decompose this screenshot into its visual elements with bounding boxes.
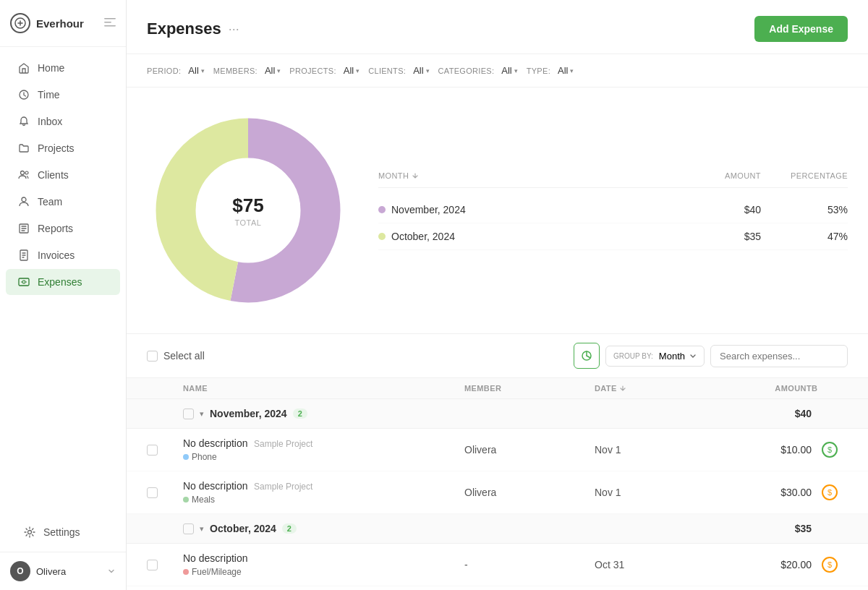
- type-label: TYPE:: [527, 67, 550, 75]
- sidebar-item-time[interactable]: Time: [6, 82, 120, 108]
- more-options-icon[interactable]: ···: [229, 22, 239, 37]
- sidebar-item-expenses[interactable]: Expenses: [6, 269, 120, 295]
- legend-nov-name: November, 2024: [378, 204, 674, 215]
- nav-list: Home Time Inbox Projects Clients: [0, 47, 126, 518]
- members-select[interactable]: All ▾: [260, 63, 285, 78]
- page-title-row: Expenses ···: [147, 20, 239, 38]
- home-icon: [17, 61, 30, 74]
- group-nov-label: November, 2024: [210, 408, 287, 419]
- row1-cat-dot: [183, 454, 189, 460]
- projects-label: PROJECTS:: [289, 67, 336, 75]
- search-input[interactable]: [710, 345, 848, 367]
- sidebar-header: Everhour: [0, 0, 126, 47]
- row1-status[interactable]: $: [812, 442, 848, 458]
- sidebar-item-team-label: Team: [38, 196, 62, 208]
- row3-category: Fuel/Mileage: [192, 567, 242, 577]
- row2-status[interactable]: $: [812, 484, 848, 500]
- sidebar-item-team[interactable]: Team: [6, 189, 120, 215]
- row2-member: Olivera: [464, 487, 595, 498]
- period-chevron: ▾: [201, 67, 205, 74]
- group-oct-collapse[interactable]: ▾: [200, 524, 204, 534]
- group-oct-checkbox[interactable]: [183, 523, 194, 534]
- svg-point-12: [28, 531, 32, 534]
- donut-chart: $75 TOTAL: [147, 109, 349, 312]
- sidebar-item-settings[interactable]: Settings: [12, 519, 114, 545]
- chevron-down-icon: [107, 567, 116, 576]
- projects-select[interactable]: All ▾: [339, 63, 364, 78]
- expense-row: No description Sample Project Meals Oliv…: [127, 471, 868, 514]
- sidebar-item-home-label: Home: [38, 62, 64, 74]
- sidebar-item-inbox-label: Inbox: [38, 116, 62, 127]
- group-oct-name-cell: ▾ October, 2024 2: [183, 523, 464, 534]
- collapse-icon[interactable]: [104, 17, 116, 29]
- chart-toggle-button[interactable]: [574, 343, 600, 369]
- add-expense-button[interactable]: Add Expense: [754, 16, 848, 42]
- svg-point-6: [25, 171, 28, 174]
- th-date[interactable]: DATE: [595, 384, 710, 393]
- table-section: Select all GROUP BY: Month: [127, 334, 868, 590]
- date-sort-icon: [619, 385, 626, 392]
- topbar: Expenses ··· Add Expense: [127, 0, 868, 54]
- period-select[interactable]: All ▾: [184, 63, 208, 78]
- type-filter: TYPE: All ▾: [527, 63, 579, 78]
- svg-point-5: [21, 171, 25, 175]
- categories-select[interactable]: All ▾: [497, 63, 522, 78]
- clients-select[interactable]: All ▾: [409, 63, 433, 78]
- th-amount: AMOUNT: [710, 384, 812, 393]
- settings-label: Settings: [43, 526, 80, 538]
- group-by-chevron: [689, 352, 697, 359]
- group-nov-checkbox[interactable]: [183, 409, 194, 419]
- legend-row-nov: November, 2024 $40 53%: [378, 197, 848, 223]
- svg-rect-10: [19, 278, 29, 286]
- row1-status-icon[interactable]: $: [822, 442, 838, 458]
- members-filter: MEMBERS: All ▾: [213, 63, 286, 78]
- select-all-checkbox[interactable]: [147, 351, 158, 362]
- clock-icon: [17, 88, 30, 101]
- group-row-nov[interactable]: ▾ November, 2024 2 $40: [127, 399, 868, 429]
- row1-checkbox[interactable]: [147, 445, 158, 456]
- sidebar-item-invoices[interactable]: Invoices: [6, 242, 120, 268]
- sidebar-item-clients-label: Clients: [38, 169, 69, 181]
- row1-name-cell: No description Sample Project Phone: [183, 437, 464, 463]
- legend-row-oct: October, 2024 $35 47%: [378, 223, 848, 250]
- row3-status-icon[interactable]: $: [822, 557, 838, 573]
- row2-cat-dot: [183, 497, 189, 503]
- group-row-oct[interactable]: ▾ October, 2024 2 $35: [127, 514, 868, 544]
- sidebar-item-clients[interactable]: Clients: [6, 162, 120, 188]
- sidebar-item-time-label: Time: [38, 89, 60, 101]
- group-nov-collapse[interactable]: ▾: [200, 409, 204, 419]
- group-by-label: GROUP BY:: [613, 352, 653, 360]
- row3-member: -: [464, 559, 595, 570]
- sidebar-item-invoices-label: Invoices: [38, 249, 75, 261]
- clients-chevron: ▾: [426, 67, 430, 74]
- chart-legend: MONTH AMOUNT PERCENTAGE November, 2024 $…: [378, 171, 848, 250]
- type-select[interactable]: All ▾: [553, 63, 578, 78]
- user-profile[interactable]: O Olivera: [0, 552, 126, 590]
- sidebar-item-reports-label: Reports: [38, 223, 73, 234]
- row2-status-icon[interactable]: $: [822, 484, 838, 500]
- legend-col-month: MONTH: [378, 171, 674, 180]
- row2-checkbox[interactable]: [147, 487, 158, 498]
- svg-point-11: [22, 281, 25, 283]
- group-by-select[interactable]: GROUP BY: Month: [605, 346, 705, 367]
- row3-checkbox[interactable]: [147, 560, 158, 570]
- sidebar-item-reports[interactable]: Reports: [6, 215, 120, 241]
- sidebar-item-home[interactable]: Home: [6, 55, 120, 81]
- clients-filter: CLIENTS: All ▾: [368, 63, 433, 78]
- sidebar-item-projects[interactable]: Projects: [6, 135, 120, 161]
- projects-filter: PROJECTS: All ▾: [289, 63, 364, 78]
- sidebar: Everhour Home Time Inbox: [0, 0, 127, 590]
- donut-total: $75: [232, 194, 263, 217]
- categories-label: CATEGORIES:: [438, 67, 495, 75]
- table-header: NAME MEMBER DATE AMOUNT B: [127, 378, 868, 399]
- sidebar-item-inbox[interactable]: Inbox: [6, 108, 120, 134]
- donut-center: $75 TOTAL: [232, 194, 263, 227]
- th-name: NAME: [183, 384, 464, 393]
- select-all-row[interactable]: Select all: [147, 350, 205, 362]
- group-by-value: Month: [659, 351, 685, 362]
- brand[interactable]: Everhour: [10, 13, 84, 33]
- row2-category: Meals: [192, 495, 215, 505]
- row3-status[interactable]: $: [812, 557, 848, 573]
- sidebar-item-projects-label: Projects: [38, 142, 75, 154]
- expense-row: No description - Oct 31 $15.00 $: [127, 586, 868, 590]
